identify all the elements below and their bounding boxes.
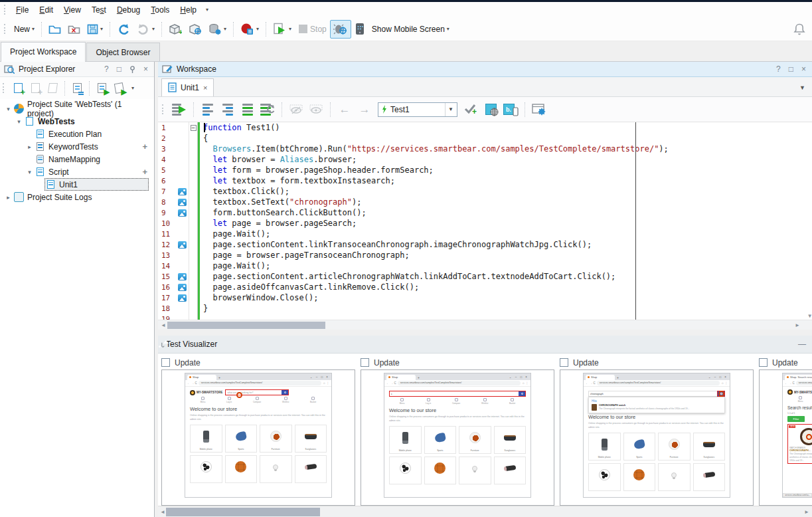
add-check-button[interactable]: +: [461, 100, 480, 119]
tree-item-namemapping[interactable]: NameMapping: [0, 153, 154, 165]
test-selector-caret[interactable]: ▼: [445, 103, 456, 116]
hide-code-button[interactable]: [287, 100, 305, 119]
record-button[interactable]: ▾: [237, 20, 262, 39]
hscroll-thumb[interactable]: [167, 322, 325, 329]
add-existing-item-button[interactable]: [44, 80, 61, 97]
object-spy-button[interactable]: [185, 20, 205, 39]
debug-toggle-button[interactable]: [330, 20, 351, 39]
menu-test[interactable]: Test: [86, 3, 112, 17]
indent-right-button[interactable]: [218, 100, 237, 119]
toolbar-grip[interactable]: [4, 24, 7, 34]
visualizer-image-icon[interactable]: [178, 273, 187, 280]
hscroll-left-arrow[interactable]: ◄: [161, 322, 166, 328]
tab-project-workspace[interactable]: Project Workspace: [1, 42, 86, 62]
tree-item-project-suite-logs[interactable]: ▸Project Suite Logs: [0, 191, 154, 203]
redo-button[interactable]: ▾: [133, 20, 158, 39]
run-test-button[interactable]: ▾: [270, 20, 295, 39]
menu-debug[interactable]: Debug: [112, 3, 145, 17]
toolbar-grip[interactable]: [4, 5, 7, 15]
run-current-test-button[interactable]: [170, 100, 189, 119]
maximize-icon[interactable]: □: [787, 65, 795, 73]
toolbar-grip[interactable]: [3, 83, 6, 93]
add-new-item-button[interactable]: +: [27, 80, 44, 97]
tab-object-browser[interactable]: Object Browser: [86, 43, 159, 61]
editor-hscrollbar[interactable]: ◄ ►: [158, 320, 812, 330]
add-item-plus[interactable]: +: [142, 142, 147, 152]
save-button[interactable]: ▾: [84, 20, 106, 39]
mobile-screen-button[interactable]: [351, 20, 368, 39]
tree-item-keywordtests[interactable]: ▸KeywordTests+: [0, 140, 154, 153]
update-checkbox[interactable]: [759, 358, 768, 367]
pin-icon[interactable]: [127, 66, 137, 73]
menu-tools[interactable]: Tools: [145, 3, 175, 17]
tree-item-unit1[interactable]: Unit1: [0, 178, 154, 191]
open-file-button[interactable]: [45, 20, 64, 39]
run-project-button[interactable]: ▶: [93, 80, 110, 97]
indent-left-button[interactable]: [199, 100, 217, 119]
visualizer-hscrollbar[interactable]: ◄ ►: [158, 506, 812, 517]
minimize-icon[interactable]: —: [796, 340, 808, 348]
show-mobile-screen-button[interactable]: Show Mobile Screen▾: [368, 20, 453, 39]
toolbar-grip[interactable]: [162, 104, 165, 114]
stop-button[interactable]: Stop: [295, 20, 330, 39]
bitbar-run-button[interactable]: b.: [501, 100, 520, 119]
close-icon[interactable]: ×: [799, 65, 808, 73]
visualizer-thumbnail[interactable]: Shop. Search result f+⌄ – □ × ← → Cservi…: [759, 369, 812, 506]
run-options-caret[interactable]: ▾: [127, 85, 138, 91]
help-icon[interactable]: ?: [102, 65, 111, 73]
test-selector-combobox[interactable]: Test1 ▼: [378, 102, 457, 117]
tab-list-caret[interactable]: ▼: [799, 84, 805, 91]
tree-expander[interactable]: ▸: [4, 194, 13, 201]
tree-expander[interactable]: ▾: [25, 169, 34, 175]
format-code-button[interactable]: [238, 100, 257, 119]
visualizer-image-icon[interactable]: [178, 209, 187, 217]
visualizer-image-icon[interactable]: [178, 241, 187, 249]
hscroll-right-arrow[interactable]: ►: [795, 322, 800, 328]
tree-expander[interactable]: ▾: [15, 118, 23, 125]
undo-button[interactable]: [114, 20, 133, 39]
bscroll-thumb[interactable]: [166, 508, 320, 516]
visualizer-image-icon[interactable]: [178, 199, 187, 206]
menu-file[interactable]: File: [11, 3, 34, 17]
tree-item-execution-plan[interactable]: Execution Plan: [0, 128, 154, 140]
visualizer-thumbnail[interactable]: Shop+⌄ – □ × ← → Cservices.smartbear.com…: [560, 369, 754, 506]
code-editor[interactable]: 1−function Test1()2{3 Browsers.Item(btCh…: [158, 122, 812, 320]
cross-browser-button[interactable]: [481, 100, 500, 119]
navigate-back-button[interactable]: ←: [335, 100, 354, 119]
tree-item-project-suite-webtests-1-project-[interactable]: ▾Project Suite 'WebTests' (1 project): [0, 102, 154, 115]
menu-overflow-caret[interactable]: ▾: [202, 7, 212, 13]
editor-vscroll-down-arrow[interactable]: ▼: [808, 313, 811, 319]
update-checkbox[interactable]: [361, 358, 369, 367]
menu-help[interactable]: Help: [175, 3, 202, 17]
close-icon[interactable]: ×: [141, 65, 150, 73]
help-icon[interactable]: ?: [774, 65, 783, 73]
tree-item-script[interactable]: ▾Script+: [0, 165, 154, 178]
organize-tests-button[interactable]: [68, 80, 86, 97]
visualizer-image-icon[interactable]: [178, 188, 187, 195]
add-project-button[interactable]: +: [9, 80, 27, 97]
data-settings-button[interactable]: ▾: [205, 20, 230, 39]
tree-item-webtests[interactable]: ▾WebTests: [0, 115, 154, 128]
notifications-button[interactable]: [789, 20, 809, 39]
update-checkbox[interactable]: [161, 358, 170, 367]
tab-unit1[interactable]: Unit1 ×: [161, 78, 214, 96]
add-item-plus[interactable]: +: [142, 167, 147, 177]
tree-expander[interactable]: ▾: [4, 106, 13, 112]
menu-view[interactable]: View: [58, 3, 86, 17]
visualizer-image-icon[interactable]: [178, 294, 187, 302]
visualizer-thumbnail[interactable]: Shop+⌄ – □ × ← → Cservices.smartbear.com…: [361, 369, 554, 506]
fold-marker-icon[interactable]: −: [191, 125, 197, 131]
tab-close-icon[interactable]: ×: [203, 84, 207, 92]
visualizer-thumbnail[interactable]: Shop+⌄ – □ × ← → Cservices.smartbear.com…: [161, 369, 355, 506]
maximize-icon[interactable]: □: [115, 65, 123, 73]
browser-settings-button[interactable]: [530, 100, 548, 119]
show-code-button[interactable]: [307, 100, 325, 119]
run-suite-button[interactable]: ▶: [110, 80, 127, 97]
tree-expander[interactable]: ▸: [25, 144, 34, 150]
navigate-forward-button[interactable]: →: [355, 100, 374, 119]
bscroll-left-arrow[interactable]: ◄: [160, 509, 165, 515]
revert-format-button[interactable]: [258, 100, 277, 119]
menu-edit[interactable]: Edit: [34, 3, 58, 17]
add-object-button[interactable]: +: [165, 20, 185, 39]
visualizer-image-icon[interactable]: [178, 284, 187, 291]
